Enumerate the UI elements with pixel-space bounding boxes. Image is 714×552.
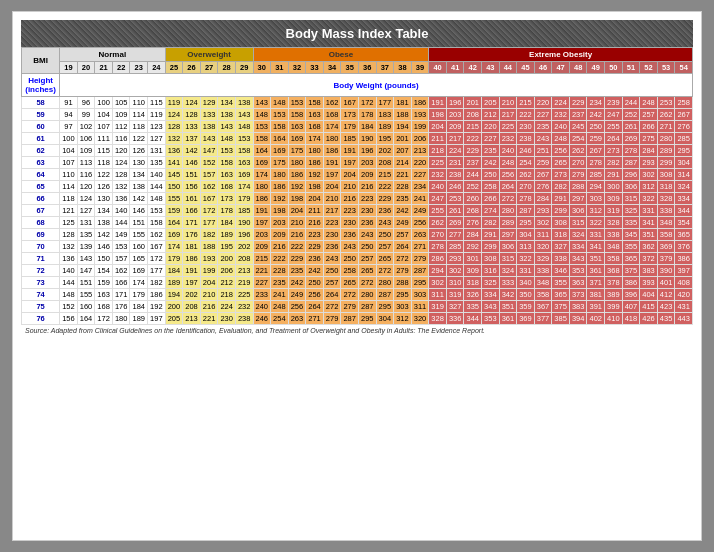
weight-value: 148	[218, 133, 236, 145]
weight-value: 249	[288, 289, 306, 301]
weight-value: 242	[482, 157, 500, 169]
weight-value: 285	[675, 133, 693, 145]
bmi-num-35: 35	[341, 62, 359, 74]
weight-value: 334	[569, 241, 587, 253]
weight-value: 164	[165, 217, 183, 229]
weight-value: 338	[534, 265, 552, 277]
bmi-num-36: 36	[358, 62, 376, 74]
weight-value: 266	[482, 193, 500, 205]
weight-value: 145	[165, 169, 183, 181]
weight-value: 264	[323, 289, 341, 301]
weight-value: 243	[358, 229, 376, 241]
weight-value: 138	[218, 109, 236, 121]
weight-value: 234	[411, 181, 429, 193]
weight-value: 217	[323, 205, 341, 217]
weight-value: 288	[394, 277, 412, 289]
weight-value: 340	[517, 277, 535, 289]
bmi-num-46: 46	[534, 62, 552, 74]
weight-value: 191	[323, 157, 341, 169]
weight-value: 180	[112, 313, 130, 325]
weight-value: 195	[218, 241, 236, 253]
weight-value: 208	[183, 301, 201, 313]
weight-value: 348	[605, 241, 623, 253]
weight-value: 287	[622, 157, 640, 169]
weight-value: 236	[323, 241, 341, 253]
weight-value: 209	[271, 229, 289, 241]
bmi-num-41: 41	[446, 62, 464, 74]
weight-value: 180	[288, 157, 306, 169]
weight-value: 262	[569, 145, 587, 157]
weight-value: 171	[112, 289, 130, 301]
weight-value: 358	[534, 289, 552, 301]
weight-value: 299	[552, 205, 570, 217]
weight-value: 223	[358, 193, 376, 205]
table-wrapper: BMI Normal Overweight Obese Extreme Obes…	[21, 47, 693, 529]
weight-value: 167	[200, 193, 218, 205]
weight-value: 225	[429, 157, 447, 169]
weight-value: 158	[253, 133, 271, 145]
bmi-num-39: 39	[411, 62, 429, 74]
weight-value: 235	[394, 193, 412, 205]
weight-value: 292	[464, 241, 482, 253]
weight-value: 193	[200, 253, 218, 265]
weight-value: 152	[200, 157, 218, 169]
weight-value: 127	[77, 205, 95, 217]
weight-value: 315	[622, 193, 640, 205]
weight-value: 341	[587, 241, 605, 253]
weight-value: 189	[130, 313, 148, 325]
weight-value: 213	[183, 313, 201, 325]
weight-value: 216	[288, 229, 306, 241]
weight-value: 229	[464, 145, 482, 157]
weight-value: 201	[464, 97, 482, 109]
weight-value: 278	[429, 241, 447, 253]
weight-value: 113	[77, 157, 95, 169]
weight-value: 153	[271, 109, 289, 121]
weight-value: 118	[130, 121, 148, 133]
weight-value: 328	[657, 193, 675, 205]
weight-value: 185	[341, 133, 359, 145]
weight-value: 308	[482, 253, 500, 265]
weight-value: 148	[60, 289, 78, 301]
weight-value: 138	[200, 121, 218, 133]
weight-value: 158	[271, 121, 289, 133]
weight-value: 316	[482, 265, 500, 277]
weight-value: 407	[622, 301, 640, 313]
weight-value: 377	[534, 313, 552, 325]
weight-value: 231	[446, 157, 464, 169]
weight-value: 163	[288, 121, 306, 133]
weight-value: 420	[675, 289, 693, 301]
weight-value: 200	[165, 301, 183, 313]
weight-value: 268	[464, 205, 482, 217]
weight-value: 311	[534, 229, 552, 241]
obese-header: Obese	[253, 48, 429, 62]
weight-value: 191	[341, 145, 359, 157]
weight-value: 147	[77, 265, 95, 277]
weight-value: 197	[183, 277, 201, 289]
weight-value: 248	[499, 157, 517, 169]
weight-value: 306	[569, 205, 587, 217]
weight-value: 258	[482, 181, 500, 193]
weight-value: 139	[77, 241, 95, 253]
weight-value: 242	[288, 277, 306, 289]
weight-value: 381	[587, 289, 605, 301]
weight-value: 94	[60, 109, 78, 121]
weight-value: 250	[376, 229, 394, 241]
weight-value: 276	[464, 217, 482, 229]
weight-value: 135	[148, 157, 166, 169]
weight-value: 169	[235, 169, 253, 181]
weight-value: 318	[657, 181, 675, 193]
weight-value: 331	[587, 229, 605, 241]
weight-value: 107	[60, 157, 78, 169]
weight-value: 191	[429, 97, 447, 109]
weight-value: 348	[534, 277, 552, 289]
table-row: 6712112713414014615315916617217818519119…	[22, 205, 693, 217]
weight-value: 191	[253, 205, 271, 217]
weight-value: 402	[587, 313, 605, 325]
weight-value: 247	[605, 109, 623, 121]
weight-value: 199	[200, 265, 218, 277]
weight-value: 213	[411, 145, 429, 157]
weight-value: 190	[235, 217, 253, 229]
bmi-num-43: 43	[482, 62, 500, 74]
weight-value: 138	[95, 217, 113, 229]
weight-value: 253	[446, 193, 464, 205]
